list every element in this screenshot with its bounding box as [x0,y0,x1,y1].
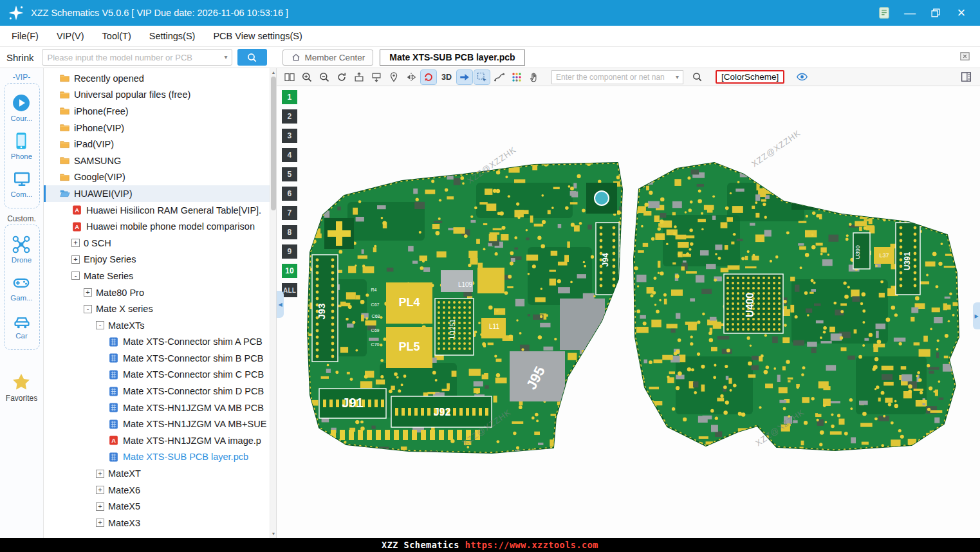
colorscheme-button[interactable]: [ColorScheme] [716,70,784,84]
net-search-icon[interactable] [689,70,705,84]
open-document-tab[interactable]: Mate XTS-SUB PCB layer.pcb [380,50,524,66]
expand-toggle-icon[interactable]: + [96,502,104,511]
collapse-toggle-icon[interactable]: - [84,305,92,313]
layer-button-7[interactable]: 7 [282,206,297,220]
menu-file-f[interactable]: File(F) [3,26,48,46]
hand-icon[interactable] [526,70,542,84]
tree-item-mate-x-series[interactable]: -Mate X series [44,300,270,317]
mirror-icon[interactable] [403,70,419,84]
license-icon[interactable] [874,5,894,21]
box-select-icon[interactable] [474,70,490,84]
scroll-down-icon[interactable]: ▼ [270,530,277,537]
tree-item-google-vip[interactable]: Google(VIP) [44,169,270,186]
tree-item-mate-xts-connector-shim-b-pcb[interactable]: Mate XTS-Connector shim B PCB [44,350,270,367]
search-button[interactable] [237,49,267,66]
board-top-icon[interactable] [351,70,367,84]
tree-item-matex5[interactable]: +MateX5 [44,498,270,515]
tree-item-matexts[interactable]: -MateXTs [44,317,270,334]
tree-item-mate80-pro[interactable]: +Mate80 Pro [44,284,270,301]
close-document-icon[interactable] [959,50,971,65]
pcb-canvas[interactable]: J93PL4PL5U1251L109L11J95J91J92J94R4C67C6… [277,86,980,538]
layer-button-2[interactable]: 2 [282,109,297,124]
refresh-icon[interactable] [334,70,349,84]
menu-vip-v[interactable]: VIP(V) [48,26,93,46]
tree-item-huawei-hisilicon-ram-general-table-vip[interactable]: AHuawei Hisilicon RAM General Table[VIP]… [44,202,270,219]
scroll-up-icon[interactable]: ▲ [270,69,277,76]
tree-item-mate-series[interactable]: -Mate Series [44,268,270,284]
color-dots-icon[interactable] [509,70,524,84]
pcb-canvas-svg[interactable]: J93PL4PL5U1251L109L11J95J91J92J94R4C67C6… [277,86,980,538]
board-bottom-icon[interactable] [369,70,384,84]
minimize-button[interactable]: — [900,5,920,21]
rail-item-car[interactable]: Car [12,311,32,340]
split-view-icon[interactable] [282,70,297,84]
tree-item-huawei-mobile-phone-model-comparison[interactable]: AHuawei mobile phone model comparison [44,218,270,235]
zoom-out-icon[interactable] [317,70,332,84]
tree-item-universal-popular-files-free[interactable]: Universal popular files (free) [44,87,270,104]
3d-view-icon[interactable]: 3D [438,70,455,84]
layer-button-9[interactable]: 9 [282,244,297,259]
tree-item-matex3[interactable]: +MateX3 [44,515,270,531]
menu-tool-t[interactable]: Tool(T) [93,26,140,46]
tree-item-samsung[interactable]: SAMSUNG [44,152,270,169]
tree-item-mate-xts-hn1jzgm-va-image-p[interactable]: AMate XTS-HN1JZGM VA image.p [44,432,270,449]
restore-button[interactable] [926,5,945,21]
layer-button-10[interactable]: 10 [282,264,297,278]
tree-item-matex6[interactable]: +MateX6 [44,482,270,499]
shrink-button[interactable]: Shrink [0,52,42,63]
collapse-right-handle[interactable]: ▶ [973,302,980,329]
pin-icon[interactable] [386,70,402,84]
rail-item-gam[interactable]: Gam... [10,273,33,302]
rail-item-drone[interactable]: Drone [12,235,32,264]
tree-scrollbar[interactable]: ▲ ▼ [270,68,276,538]
tree-item-matext[interactable]: +MateXT [44,465,270,482]
collapse-left-handle[interactable]: ◀ [277,291,284,318]
measure-icon[interactable] [492,70,507,84]
statusbar-url[interactable]: https://www.xzztools.com [465,540,598,550]
layer-button-6[interactable]: 6 [282,187,297,201]
visibility-eye-icon[interactable] [794,70,809,84]
layer-button-all[interactable]: ALL [282,283,297,297]
tree-item-mate-xts-connector-shim-c-pcb[interactable]: Mate XTS-Connector shim C PCB [44,367,270,383]
tree-item-mate-xts-hn1jzgm-va-mb-pcb[interactable]: Mate XTS-HN1JZGM VA MB PCB [44,400,270,416]
expand-toggle-icon[interactable]: + [71,239,80,247]
tree-item-enjoy-series[interactable]: +Enjoy Series [44,252,270,268]
model-search-input[interactable] [42,49,232,66]
rail-item-com[interactable]: Com... [11,169,33,198]
chevron-down-icon[interactable]: ▾ [676,73,679,81]
chevron-down-icon[interactable]: ▾ [225,53,228,61]
tree-item-0-sch[interactable]: +0 SCH [44,235,270,252]
layers-panel-icon[interactable] [958,70,974,84]
layer-button-5[interactable]: 5 [282,167,297,181]
tree-item-iphone-vip[interactable]: iPhone(VIP) [44,120,270,136]
tree-item-iphone-free[interactable]: iPhone(Free) [44,103,270,120]
menu-pcb-view-settings-s[interactable]: PCB View settings(S) [204,26,311,46]
favorites-button[interactable]: Favorites [6,372,37,403]
expand-toggle-icon[interactable]: + [96,470,104,478]
layer-button-4[interactable]: 4 [282,148,297,162]
close-button[interactable]: × [952,5,971,21]
tree-item-mate-xts-connector-shim-d-pcb[interactable]: Mate XTS-Connector shim D PCB [44,383,270,400]
expand-toggle-icon[interactable]: + [96,486,104,494]
expand-toggle-icon[interactable]: + [71,255,80,264]
tree-item-mate-xts-connector-shim-a-pcb[interactable]: Mate XTS-Connector shim A PCB [44,334,270,351]
member-center-button[interactable]: Member Center [282,50,374,66]
pan-arrow-icon[interactable] [457,70,472,84]
scrollbar-thumb[interactable] [271,77,276,210]
rail-item-phone[interactable]: Phone [11,131,32,160]
rail-item-cour[interactable]: Cour... [11,93,33,122]
tree-item-recently-opened[interactable]: Recently opened [44,70,270,87]
layer-button-8[interactable]: 8 [282,225,297,239]
flip-icon[interactable] [421,70,436,84]
layer-button-3[interactable]: 3 [282,129,297,143]
tree-item-ipad-vip[interactable]: iPad(VIP) [44,136,270,152]
layer-button-1[interactable]: 1 [282,90,297,104]
zoom-in-icon[interactable] [299,70,315,84]
collapse-toggle-icon[interactable]: - [71,271,80,280]
collapse-toggle-icon[interactable]: - [96,321,104,329]
tree-item-mate-xts-sub-pcb-layer-pcb[interactable]: Mate XTS-SUB PCB layer.pcb [44,449,270,466]
menu-settings-s[interactable]: Settings(S) [140,26,205,46]
expand-toggle-icon[interactable]: + [84,288,92,297]
net-search-input[interactable] [551,70,683,84]
expand-toggle-icon[interactable]: + [96,519,104,527]
